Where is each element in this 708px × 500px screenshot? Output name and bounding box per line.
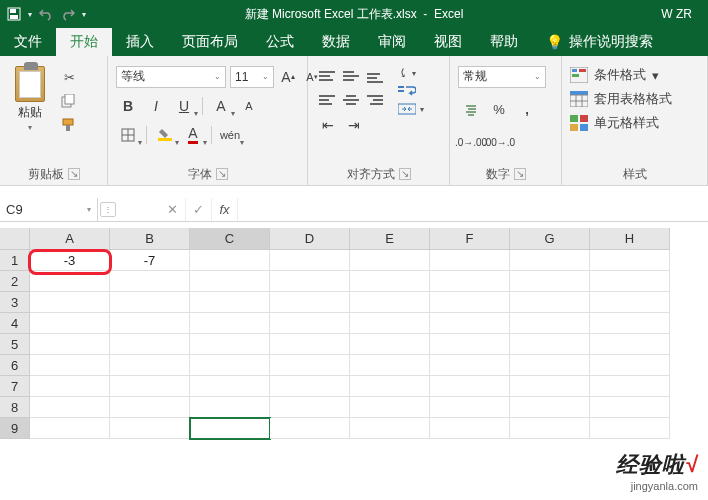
cell[interactable]: [30, 418, 110, 439]
cell[interactable]: [510, 313, 590, 334]
align-launcher-icon[interactable]: ↘: [399, 168, 411, 180]
cell[interactable]: [110, 418, 190, 439]
cell[interactable]: [510, 292, 590, 313]
cell[interactable]: [510, 355, 590, 376]
cell[interactable]: [190, 292, 270, 313]
border-button[interactable]: [116, 124, 140, 146]
cell[interactable]: [190, 397, 270, 418]
phonetic-button[interactable]: wén: [218, 124, 242, 146]
cell[interactable]: [190, 250, 270, 271]
cell[interactable]: [350, 250, 430, 271]
tab-file[interactable]: 文件: [0, 28, 56, 56]
user-name[interactable]: W ZR: [661, 7, 702, 21]
name-box[interactable]: C9▾: [0, 198, 98, 221]
cell[interactable]: [30, 292, 110, 313]
align-middle-icon[interactable]: [340, 66, 362, 86]
col-header[interactable]: B: [110, 228, 190, 250]
cell[interactable]: [350, 292, 430, 313]
cell[interactable]: [110, 376, 190, 397]
cell[interactable]: [110, 271, 190, 292]
cell[interactable]: [110, 355, 190, 376]
cell[interactable]: [190, 271, 270, 292]
font-shrink-button[interactable]: A: [237, 95, 261, 117]
cell[interactable]: [350, 334, 430, 355]
fill-color-button[interactable]: [153, 124, 177, 146]
cell[interactable]: [190, 376, 270, 397]
wrap-text-button[interactable]: [398, 84, 424, 98]
cell[interactable]: [430, 292, 510, 313]
col-header[interactable]: D: [270, 228, 350, 250]
cell[interactable]: [190, 334, 270, 355]
cell[interactable]: [30, 355, 110, 376]
tab-review[interactable]: 审阅: [364, 28, 420, 56]
cell[interactable]: [590, 418, 670, 439]
cell[interactable]: [430, 250, 510, 271]
align-left-icon[interactable]: [316, 90, 338, 110]
increase-indent-icon[interactable]: ⇥: [342, 114, 366, 136]
cell[interactable]: [110, 313, 190, 334]
qat-menu-icon[interactable]: ▾: [82, 10, 86, 19]
cell[interactable]: [430, 313, 510, 334]
cell-styles-button[interactable]: 单元格样式: [570, 114, 659, 132]
font-launcher-icon[interactable]: ↘: [216, 168, 228, 180]
copy-icon[interactable]: [58, 92, 80, 110]
cell[interactable]: [590, 397, 670, 418]
bold-button[interactable]: B: [116, 95, 140, 117]
align-top-icon[interactable]: [316, 66, 338, 86]
tab-data[interactable]: 数据: [308, 28, 364, 56]
cell[interactable]: [510, 250, 590, 271]
cell[interactable]: [270, 292, 350, 313]
cell[interactable]: [510, 376, 590, 397]
align-center-icon[interactable]: [340, 90, 362, 110]
enter-formula-icon[interactable]: ✓: [186, 198, 212, 221]
number-format-combo[interactable]: 常规⌄: [458, 66, 546, 88]
row-header[interactable]: 4: [0, 313, 30, 334]
cell[interactable]: [430, 418, 510, 439]
row-header[interactable]: 7: [0, 376, 30, 397]
cell[interactable]: [350, 418, 430, 439]
cell[interactable]: [590, 376, 670, 397]
col-header[interactable]: F: [430, 228, 510, 250]
tell-me[interactable]: 💡操作说明搜索: [532, 28, 667, 56]
cell-A1[interactable]: -3: [30, 250, 110, 271]
conditional-format-button[interactable]: 条件格式 ▾: [570, 66, 659, 84]
font-name-combo[interactable]: 等线⌄: [116, 66, 226, 88]
cell[interactable]: [270, 418, 350, 439]
paste-button[interactable]: 粘贴 ▾: [8, 66, 52, 132]
col-header[interactable]: E: [350, 228, 430, 250]
font-color-button[interactable]: A: [181, 124, 205, 146]
font-grow-button[interactable]: A: [209, 95, 233, 117]
merge-button[interactable]: ▾: [398, 102, 424, 116]
tab-help[interactable]: 帮助: [476, 28, 532, 56]
tab-formulas[interactable]: 公式: [252, 28, 308, 56]
cell-B1[interactable]: -7: [110, 250, 190, 271]
cell-C9[interactable]: [190, 418, 270, 439]
tab-view[interactable]: 视图: [420, 28, 476, 56]
cell[interactable]: [510, 397, 590, 418]
percent-button[interactable]: %: [486, 99, 512, 121]
italic-button[interactable]: I: [144, 95, 168, 117]
row-header[interactable]: 8: [0, 397, 30, 418]
cell[interactable]: [430, 334, 510, 355]
col-header[interactable]: A: [30, 228, 110, 250]
cell[interactable]: [270, 271, 350, 292]
comma-button[interactable]: ,: [514, 99, 540, 121]
cell[interactable]: [270, 313, 350, 334]
increase-decimal-icon[interactable]: .0→.00: [458, 132, 484, 154]
cell[interactable]: [430, 397, 510, 418]
cell[interactable]: [270, 250, 350, 271]
cell[interactable]: [350, 355, 430, 376]
cell[interactable]: [430, 355, 510, 376]
cell[interactable]: [590, 271, 670, 292]
cell[interactable]: [110, 397, 190, 418]
orientation-button[interactable]: ⤹▾: [398, 66, 424, 80]
cell[interactable]: [590, 355, 670, 376]
align-bottom-icon[interactable]: [364, 66, 386, 86]
font-size-combo[interactable]: 11⌄: [230, 66, 274, 88]
col-header[interactable]: C: [190, 228, 270, 250]
save-icon[interactable]: [6, 6, 22, 22]
cell[interactable]: [350, 313, 430, 334]
row-header[interactable]: 3: [0, 292, 30, 313]
cell[interactable]: [30, 334, 110, 355]
fx-icon[interactable]: fx: [212, 198, 238, 221]
